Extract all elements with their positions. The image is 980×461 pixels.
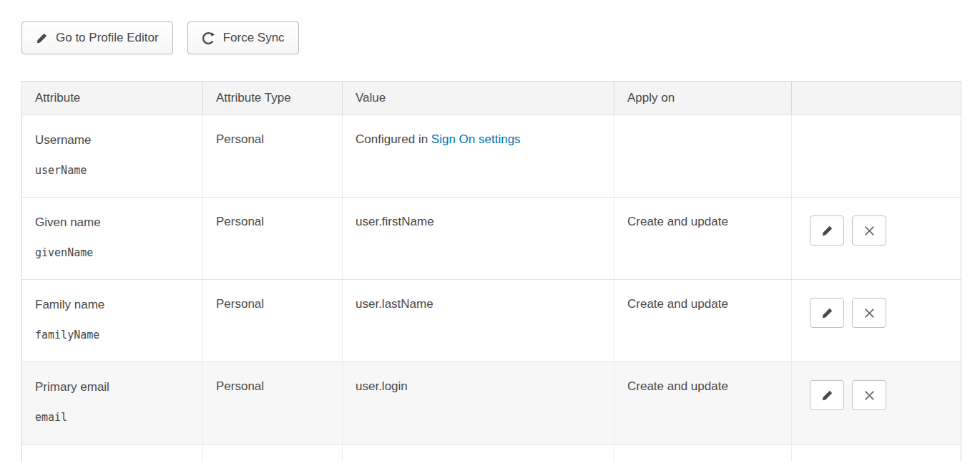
attribute-cell: Family name familyName [22, 280, 202, 361]
attribute-variable-name: userName [35, 164, 190, 177]
attribute-cell: Given name givenName [22, 198, 202, 279]
header-actions [791, 82, 961, 115]
header-attribute: Attribute [22, 82, 202, 115]
actions-cell [791, 280, 961, 361]
apply-on-cell [614, 115, 791, 197]
attribute-label: Given name [35, 215, 190, 230]
apply-on-cell: Create and update [614, 280, 791, 361]
attribute-label: Username [35, 132, 190, 148]
apply-on-cell: Create and update [614, 362, 791, 444]
value-cell: user.lastName [342, 280, 614, 361]
actions-cell [791, 198, 961, 279]
force-sync-label: Force Sync [223, 31, 285, 45]
table-row-partial [22, 444, 961, 461]
attribute-type-cell: Personal [202, 198, 342, 279]
toolbar: Go to Profile Editor Force Sync [21, 21, 980, 54]
header-apply-on: Apply on [614, 82, 791, 115]
attribute-mappings-table: Attribute Attribute Type Value Apply on … [21, 81, 961, 461]
table-row-given-name: Given name givenName Personal user.first… [22, 197, 961, 279]
header-attribute-type: Attribute Type [202, 82, 342, 115]
edit-attribute-button[interactable] [810, 298, 844, 328]
attribute-label: Primary email [35, 379, 190, 395]
remove-attribute-button[interactable] [852, 215, 886, 246]
table-row-family-name: Family name familyName Personal user.las… [22, 279, 961, 361]
attribute-label: Family name [35, 297, 190, 313]
table-row-primary-email: Primary email email Personal user.login … [22, 361, 961, 444]
close-icon [864, 225, 875, 236]
go-to-profile-editor-button[interactable]: Go to Profile Editor [21, 21, 173, 54]
actions-cell [791, 362, 961, 444]
attribute-type-cell: Personal [202, 115, 342, 197]
pencil-icon [36, 32, 48, 44]
remove-attribute-button[interactable] [852, 298, 886, 328]
attribute-type-cell: Personal [202, 280, 342, 361]
edit-attribute-button[interactable] [810, 380, 844, 410]
attribute-cell: Primary email email [22, 362, 202, 444]
value-cell: user.login [342, 362, 614, 444]
header-value: Value [342, 82, 614, 115]
remove-attribute-button[interactable] [852, 380, 886, 410]
attribute-variable-name: familyName [35, 329, 190, 341]
sign-on-settings-link[interactable]: Sign On settings [431, 132, 521, 146]
pencil-icon [821, 307, 833, 319]
close-icon [864, 390, 875, 401]
force-sync-button[interactable]: Force Sync [187, 21, 299, 54]
value-cell: Configured in Sign On settings [342, 115, 614, 197]
value-cell: user.firstName [342, 198, 614, 279]
table-header-row: Attribute Attribute Type Value Apply on [22, 82, 961, 115]
apply-on-cell: Create and update [614, 198, 791, 279]
attribute-type-cell: Personal [202, 362, 342, 444]
close-icon [864, 308, 875, 319]
go-to-profile-editor-label: Go to Profile Editor [56, 31, 159, 45]
attribute-mapping-page: Go to Profile Editor Force Sync Attribut… [0, 0, 980, 461]
pencil-icon [821, 225, 833, 237]
actions-cell [791, 115, 961, 197]
refresh-icon [202, 31, 215, 45]
table-row-username: Username userName Personal Configured in… [22, 115, 961, 197]
attribute-variable-name: email [35, 411, 190, 424]
value-text: Configured in [356, 132, 431, 146]
pencil-icon [821, 389, 833, 402]
attribute-cell: Username userName [22, 115, 202, 197]
attribute-variable-name: givenName [35, 246, 190, 259]
edit-attribute-button[interactable] [810, 215, 844, 246]
